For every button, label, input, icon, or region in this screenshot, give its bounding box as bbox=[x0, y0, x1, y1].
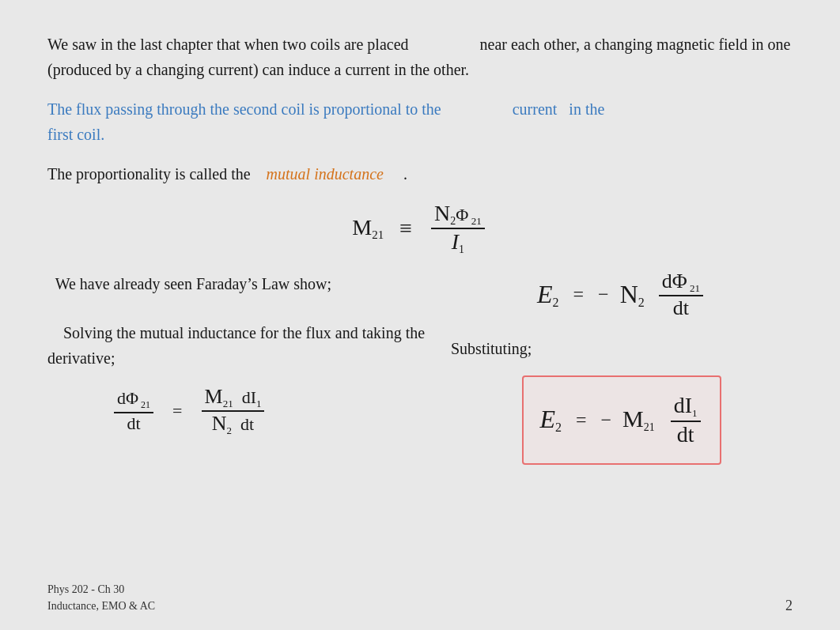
final-fraction: dI1 dt bbox=[671, 393, 701, 447]
column-left: We have already seen Faraday’s Law show;… bbox=[47, 271, 427, 452]
m21-symbol: M21 bbox=[352, 215, 384, 242]
p3-term: mutual inductance bbox=[267, 165, 384, 183]
dphi-fraction-right: M21 dI1 N2 dt bbox=[202, 385, 265, 438]
p5-text: Solving the mutual inductance for the fl… bbox=[47, 324, 425, 367]
slide-container: We saw in the last chapter that when two… bbox=[0, 0, 840, 630]
page-number: 2 bbox=[785, 598, 793, 614]
footer-line1: Phys 202 - Ch 30 bbox=[47, 581, 155, 598]
dphi-fraction-left: dΦ 21 dt bbox=[114, 388, 153, 433]
paragraph-1: We saw in the last chapter that when two… bbox=[47, 32, 793, 82]
equation-final: E2 = − M21 dI1 dt bbox=[451, 375, 793, 464]
p3-end: . bbox=[403, 165, 407, 183]
faraday-fraction: dΦ 21 dt bbox=[659, 270, 703, 320]
p2-current: current bbox=[513, 100, 558, 118]
p2-start: The flux passing through the second coil… bbox=[47, 100, 441, 118]
equation-m21: M21 ≡ N2Φ 21 I1 bbox=[47, 201, 793, 257]
two-column-section: We have already seen Faraday’s Law show;… bbox=[47, 271, 793, 479]
equals-symbol: ≡ bbox=[399, 216, 412, 241]
highlighted-equation: E2 = − M21 dI1 dt bbox=[522, 375, 721, 464]
paragraph-5: Solving the mutual inductance for the fl… bbox=[47, 320, 427, 371]
equation-faraday: E2 = − N2 dΦ 21 dt bbox=[451, 270, 793, 320]
p2-end: first coil. bbox=[47, 126, 104, 143]
equation-dphi: dΦ 21 dt = M21 dI1 N2 bbox=[47, 385, 427, 438]
paragraph-3: The proportionality is called the mutual… bbox=[47, 161, 793, 187]
p3-start: The proportionality is called the bbox=[47, 165, 251, 183]
p1-text: We saw in the last chapter that when two… bbox=[47, 36, 409, 53]
paragraph-4: We have already seen Faraday’s Law show; bbox=[47, 271, 427, 296]
m21-fraction: N2Φ 21 I1 bbox=[431, 201, 485, 257]
p4-text: We have already seen Faraday’s Law show; bbox=[55, 275, 331, 292]
column-right: E2 = − N2 dΦ 21 dt bbox=[451, 271, 793, 479]
p2-inthe: in the bbox=[561, 100, 604, 118]
paragraph-2: The flux passing through the second coil… bbox=[47, 96, 793, 147]
p1-near: near bbox=[480, 36, 507, 53]
p6-text: Substituting; bbox=[451, 340, 532, 357]
paragraph-6: Substituting; bbox=[451, 336, 793, 361]
footer: Phys 202 - Ch 30 Inductance, EMO & AC bbox=[47, 581, 155, 614]
footer-line2: Inductance, EMO & AC bbox=[47, 598, 155, 614]
